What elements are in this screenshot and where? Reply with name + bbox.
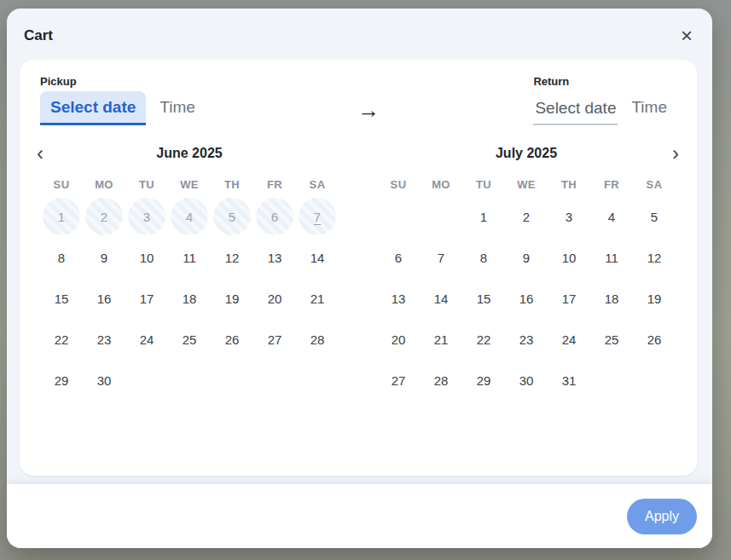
calendar-day-20[interactable]: 20: [253, 278, 296, 319]
pickup-label: Pickup: [40, 75, 204, 88]
return-select-date-tab[interactable]: Select date: [533, 92, 618, 125]
calendar-day-19[interactable]: 19: [633, 278, 676, 319]
calendar-day-18[interactable]: 18: [590, 278, 633, 319]
calendar-day-12[interactable]: 12: [633, 237, 676, 278]
calendar-day-7[interactable]: 7: [420, 237, 462, 278]
month-title: July 2025: [377, 142, 676, 165]
calendar-day-16[interactable]: 16: [83, 278, 125, 319]
calendar-day-5: 5: [211, 196, 253, 237]
day-grid: 1234567891011121314151617181920212223242…: [377, 196, 676, 401]
return-section: Return Select date Time: [533, 75, 676, 125]
day-header-fr: FR: [253, 178, 296, 191]
calendar-day-empty: [125, 360, 168, 401]
calendar-day-9[interactable]: 9: [505, 237, 548, 278]
calendar-june-2025: ‹ June 2025 SUMOTUWETHFRSA 1234567891011…: [40, 142, 339, 401]
chevron-right-icon[interactable]: ›: [657, 142, 679, 165]
calendar-day-24[interactable]: 24: [125, 319, 168, 360]
calendar-day-11[interactable]: 11: [168, 237, 211, 278]
pickup-time-tab[interactable]: Time: [151, 91, 204, 125]
calendar-day-8[interactable]: 8: [462, 237, 505, 278]
apply-button[interactable]: Apply: [627, 499, 697, 534]
calendar-day-8[interactable]: 8: [40, 237, 83, 278]
calendar-day-14[interactable]: 14: [420, 278, 462, 319]
day-header-th: TH: [548, 178, 590, 191]
return-tabs: Select date Time: [533, 91, 676, 125]
calendar-day-27[interactable]: 27: [377, 360, 420, 401]
day-header-we: WE: [168, 178, 211, 191]
month-title: June 2025: [40, 142, 339, 165]
calendar-day-10[interactable]: 10: [548, 237, 590, 278]
calendar-day-21[interactable]: 21: [296, 278, 339, 319]
day-header-th: TH: [211, 178, 253, 191]
calendar-july-2025: July 2025 › SUMOTUWETHFRSA 1234567891011…: [377, 142, 676, 401]
calendar-day-25[interactable]: 25: [168, 319, 211, 360]
calendar-day-22[interactable]: 22: [40, 319, 83, 360]
calendar-day-13[interactable]: 13: [377, 278, 420, 319]
calendar-day-23[interactable]: 23: [83, 319, 125, 360]
calendar-day-28[interactable]: 28: [420, 360, 462, 401]
calendar-day-17[interactable]: 17: [548, 278, 590, 319]
pickup-tabs: Select date Time: [40, 91, 204, 125]
calendar-day-22[interactable]: 22: [462, 319, 505, 360]
calendar-day-27[interactable]: 27: [253, 319, 296, 360]
dialog-footer: Apply: [7, 484, 712, 548]
calendar-day-9[interactable]: 9: [83, 237, 125, 278]
calendar-day-6: 6: [253, 196, 296, 237]
calendar-day-12[interactable]: 12: [211, 237, 253, 278]
calendar-day-21[interactable]: 21: [420, 319, 462, 360]
day-grid: 1234567891011121314151617181920212223242…: [40, 196, 339, 401]
calendar-day-11[interactable]: 11: [590, 237, 633, 278]
calendar-day-empty: [590, 360, 633, 401]
calendar-day-29[interactable]: 29: [462, 360, 505, 401]
calendar-day-23[interactable]: 23: [505, 319, 548, 360]
calendar-day-13[interactable]: 13: [253, 237, 296, 278]
pickup-return-selector-row: Pickup Select date Time → Return Select …: [40, 75, 676, 125]
day-header-sa: SA: [633, 178, 676, 191]
day-header-mo: MO: [420, 178, 462, 191]
calendar-day-16[interactable]: 16: [505, 278, 548, 319]
calendar-day-28[interactable]: 28: [296, 319, 339, 360]
day-header-we: WE: [505, 178, 548, 191]
calendar-day-29[interactable]: 29: [40, 360, 83, 401]
calendar-day-6[interactable]: 6: [377, 237, 420, 278]
calendars-container: ‹ June 2025 SUMOTUWETHFRSA 1234567891011…: [40, 142, 676, 401]
calendar-header: July 2025 ›: [377, 142, 676, 165]
calendar-day-3[interactable]: 3: [548, 196, 590, 237]
calendar-day-18[interactable]: 18: [168, 278, 211, 319]
calendar-day-10[interactable]: 10: [125, 237, 168, 278]
calendar-day-24[interactable]: 24: [548, 319, 590, 360]
calendar-day-5[interactable]: 5: [633, 196, 676, 237]
calendar-day-20[interactable]: 20: [377, 319, 420, 360]
calendar-day-17[interactable]: 17: [125, 278, 168, 319]
calendar-day-14[interactable]: 14: [296, 237, 339, 278]
calendar-day-empty: [420, 196, 462, 237]
calendar-day-1[interactable]: 1: [462, 196, 505, 237]
close-icon[interactable]: ×: [675, 24, 699, 48]
calendar-day-26[interactable]: 26: [211, 319, 253, 360]
dialog-header: Cart ×: [7, 9, 712, 60]
calendar-day-4: 4: [168, 196, 211, 237]
calendar-day-30[interactable]: 30: [505, 360, 548, 401]
calendar-day-2: 2: [83, 196, 125, 237]
calendar-day-19[interactable]: 19: [211, 278, 253, 319]
calendar-day-2[interactable]: 2: [505, 196, 548, 237]
calendar-day-1: 1: [40, 196, 83, 237]
calendar-day-empty: [377, 196, 420, 237]
dialog-title: Cart: [24, 27, 695, 44]
pickup-section: Pickup Select date Time: [40, 75, 204, 125]
calendar-day-26[interactable]: 26: [633, 319, 676, 360]
calendar-day-31[interactable]: 31: [548, 360, 590, 401]
return-time-tab[interactable]: Time: [623, 91, 676, 125]
day-of-week-headers: SUMOTUWETHFRSA: [40, 178, 339, 191]
calendar-day-empty: [168, 360, 211, 401]
day-header-tu: TU: [125, 178, 168, 191]
day-header-tu: TU: [462, 178, 505, 191]
calendar-day-15[interactable]: 15: [40, 278, 83, 319]
calendar-day-empty: [296, 360, 339, 401]
calendar-day-4[interactable]: 4: [590, 196, 633, 237]
calendar-day-25[interactable]: 25: [590, 319, 633, 360]
day-header-fr: FR: [590, 178, 633, 191]
pickup-select-date-tab[interactable]: Select date: [40, 91, 146, 125]
calendar-day-15[interactable]: 15: [462, 278, 505, 319]
calendar-day-30[interactable]: 30: [83, 360, 125, 401]
